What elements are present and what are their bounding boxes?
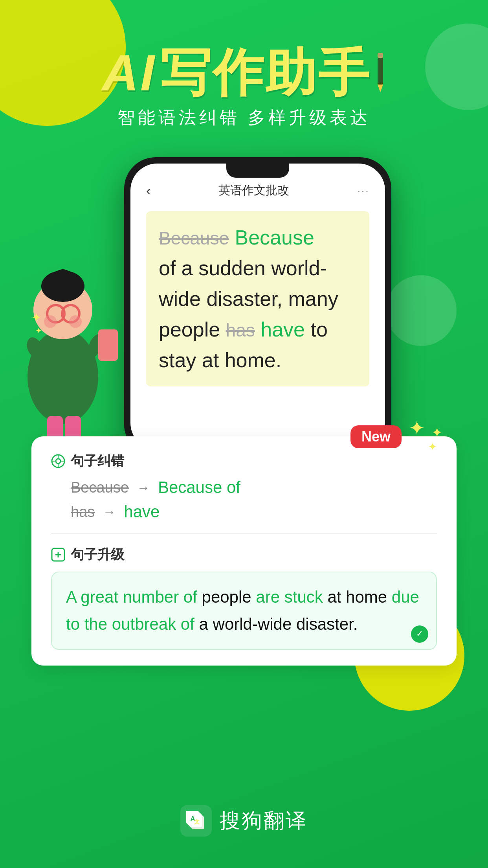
strikethrough-has: has (226, 320, 255, 340)
phone-notch (226, 164, 289, 178)
upgrade-black-3: a world-wide disaster. (199, 615, 358, 633)
svg-point-23 (56, 459, 61, 463)
upgrade-black-1: people (202, 588, 256, 606)
phone-mockup: ‹ 英语作文批改 ··· Because Because of a sudden… (124, 157, 391, 456)
corrected-because: Because (235, 226, 314, 249)
checkmark-icon: ✓ (411, 625, 428, 643)
correction-row-2: has → have (51, 502, 437, 521)
upgrade-text-box: A great number of people are stuck at ho… (51, 572, 437, 650)
upgrade-green-2: are stuck (256, 588, 327, 606)
section-upgrade-label: 句子升级 (51, 546, 437, 564)
phone-screen: ‹ 英语作文批改 ··· Because Because of a sudden… (130, 164, 385, 450)
svg-point-19 (69, 315, 82, 328)
title-rest-part: 写作助手 (160, 47, 371, 98)
strikethrough-because: Because (159, 228, 229, 248)
sparkle-icon-2: ✦ (431, 425, 442, 440)
svg-point-18 (44, 315, 57, 328)
card-panel: New ✦ ✦ ✦ 句子纠错 Because → Because of has … (31, 436, 457, 666)
sogou-logo-svg: A 文 (182, 807, 210, 835)
pencil-icon (374, 49, 386, 96)
sparkle-icon-1: ✦ (409, 417, 425, 440)
phone-content: Because Because of a sudden world-wide d… (130, 205, 385, 393)
upgrade-black-2: at home (327, 588, 391, 606)
svg-point-7 (52, 269, 74, 291)
new-badge: New (350, 425, 402, 448)
upgrade-icon (51, 548, 65, 562)
section-correction-label: 句子纠错 (51, 452, 437, 470)
svg-rect-3 (378, 55, 382, 56)
correction-row-1: Because → Because of (51, 478, 437, 497)
header-area: AI 写作助手 智能语法纠错 多样升级表达 (0, 47, 488, 129)
phone-nav-title: 英语作文批改 (218, 182, 289, 199)
svg-rect-11 (98, 329, 118, 361)
correction-icon (51, 454, 65, 468)
sparkle-icon-3: ✦ (428, 440, 437, 453)
section2-text: 句子升级 (71, 546, 124, 564)
more-button[interactable]: ··· (357, 184, 369, 197)
subtitle: 智能语法纠错 多样升级表达 (0, 106, 488, 129)
svg-text:文: 文 (194, 818, 200, 825)
svg-marker-1 (378, 85, 383, 92)
section1-text: 句子纠错 (71, 452, 124, 470)
back-button[interactable]: ‹ (146, 183, 150, 198)
brand-name-text: 搜狗翻译 (220, 807, 308, 835)
corrected-have: have (261, 318, 305, 341)
title-ai-part: AI (102, 47, 156, 98)
new-word-1: Because of (158, 478, 240, 497)
new-word-2: have (124, 502, 160, 521)
svg-text:✦: ✦ (35, 326, 42, 335)
old-word-2: has (71, 504, 95, 520)
old-word-1: Because (71, 479, 129, 496)
upgrade-green-1: A great number of (66, 588, 202, 606)
main-title: AI 写作助手 (0, 47, 488, 98)
divider (51, 533, 437, 534)
essay-text-block: Because Because of a sudden world-wide d… (146, 211, 369, 386)
footer: A 文 搜狗翻译 (0, 805, 488, 837)
svg-text:✦: ✦ (31, 311, 41, 324)
arrow-2: → (103, 504, 116, 520)
arrow-1: → (137, 480, 150, 495)
brand-logo: A 文 (180, 805, 212, 837)
